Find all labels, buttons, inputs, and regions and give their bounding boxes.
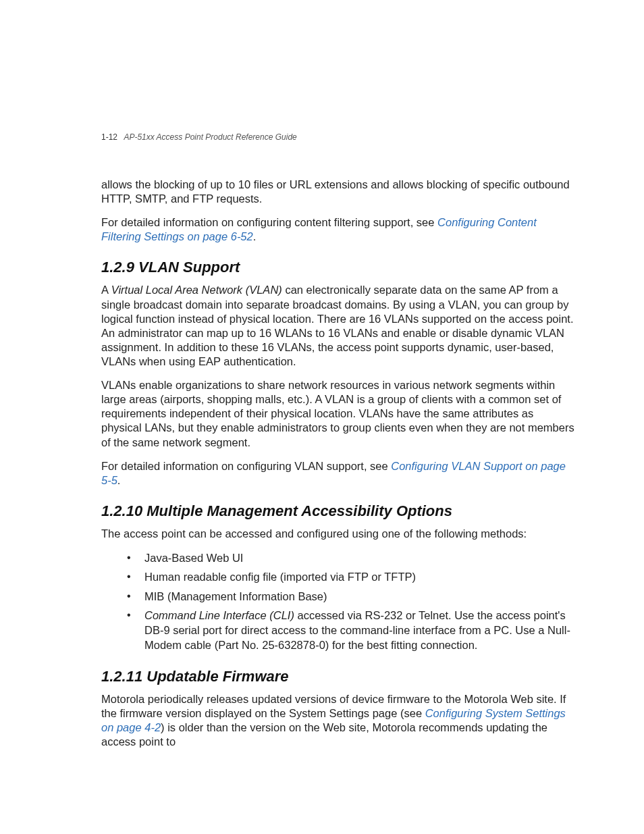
body-paragraph: A Virtual Local Area Network (VLAN) can …	[101, 283, 576, 369]
bullet-list: Java-Based Web UI Human readable config …	[101, 550, 576, 653]
text: .	[117, 474, 121, 486]
list-item: Command Line Interface (CLI) accessed vi…	[144, 608, 576, 653]
continuation-paragraph: allows the blocking of up to 10 files or…	[101, 178, 576, 206]
text: .	[253, 230, 257, 242]
body-paragraph: Motorola periodically releases updated v…	[101, 692, 576, 749]
crossref-paragraph: For detailed information on configuring …	[101, 459, 576, 488]
document-page: 1-12 AP-51xx Access Point Product Refere…	[0, 0, 644, 834]
text: A	[101, 284, 111, 296]
text: For detailed information on configuring …	[101, 460, 391, 472]
list-item: MIB (Management Information Base)	[144, 589, 576, 604]
list-item: Human readable config file (imported via…	[144, 569, 576, 584]
running-header: 1-12 AP-51xx Access Point Product Refere…	[101, 132, 297, 142]
heading-mgmt-options: 1.2.10 Multiple Management Accessibility…	[101, 502, 576, 520]
doc-title: AP-51xx Access Point Product Reference G…	[124, 132, 296, 142]
body-paragraph: The access point can be accessed and con…	[101, 527, 576, 541]
body-paragraph: VLANs enable organizations to share netw…	[101, 378, 576, 450]
text: ) is older than the version on the Web s…	[101, 721, 547, 748]
heading-updatable-firmware: 1.2.11 Updatable Firmware	[101, 668, 576, 685]
term-vlan: Virtual Local Area Network (VLAN)	[111, 284, 282, 296]
heading-vlan-support: 1.2.9 VLAN Support	[101, 259, 576, 276]
list-item: Java-Based Web UI	[144, 550, 576, 565]
text: can electronically separate data on the …	[101, 284, 574, 367]
text: For detailed information on configuring …	[101, 216, 437, 228]
term-cli: Command Line Interface (CLI)	[144, 609, 294, 621]
page-content: allows the blocking of up to 10 files or…	[101, 178, 576, 749]
page-number: 1-12	[101, 132, 117, 142]
crossref-paragraph: For detailed information on configuring …	[101, 215, 576, 244]
